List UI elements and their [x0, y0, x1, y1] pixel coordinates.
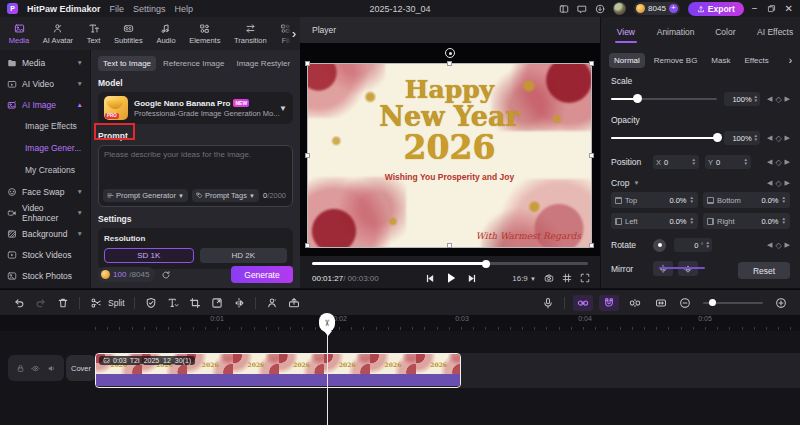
rotate-handle[interactable] — [445, 48, 455, 58]
next-keyframe-icon[interactable]: ▶ — [785, 158, 790, 166]
download-icon[interactable] — [595, 4, 605, 14]
crop-left-field[interactable]: Left 0.0% ▲▼ — [611, 213, 698, 229]
opacity-value-box[interactable]: 100% ▲▼ — [724, 131, 760, 145]
layout-icon[interactable] — [559, 4, 569, 14]
sidebar-item-image-generator[interactable]: Image Gener... — [0, 137, 90, 159]
sidebar-item-stock-videos[interactable]: Stock Videos — [0, 244, 90, 265]
lock-icon[interactable] — [16, 364, 25, 373]
tab-animation[interactable]: Animation — [651, 25, 701, 37]
next-frame-button[interactable] — [467, 274, 476, 283]
fullscreen-icon[interactable] — [580, 273, 590, 283]
opacity-slider[interactable] — [611, 137, 717, 140]
opacity-slider-knob[interactable] — [713, 133, 722, 142]
reset-button[interactable]: Reset — [738, 262, 790, 279]
user-avatar[interactable] — [613, 2, 626, 15]
denoise-button[interactable] — [140, 297, 162, 309]
selection-handle[interactable] — [589, 153, 594, 158]
prev-keyframe-icon[interactable]: ◀ — [767, 95, 772, 103]
subtab-remove-bg[interactable]: Remove BG — [649, 53, 703, 68]
play-button[interactable] — [445, 272, 457, 284]
prev-keyframe-icon[interactable]: ◀ — [767, 241, 772, 249]
sidebar-item-ai-image[interactable]: AI Image ▲ — [0, 94, 90, 115]
feedback-icon[interactable] — [577, 4, 587, 14]
cover-button[interactable]: Cover — [66, 355, 96, 381]
text-style-dropdown[interactable] — [162, 297, 184, 309]
prompt-generator-button[interactable]: Prompt Generator ▼ — [103, 189, 188, 202]
speaker-icon[interactable] — [47, 364, 56, 373]
refresh-icon[interactable] — [161, 270, 171, 280]
stepper-icon[interactable]: ▲▼ — [706, 241, 710, 249]
keyframe-diamond-icon[interactable]: ◇ — [775, 134, 781, 143]
resolution-sd1k-button[interactable]: SD 1K — [104, 248, 194, 263]
scale-slider-knob[interactable] — [633, 94, 642, 103]
playhead-scissors-handle[interactable]: ✂ — [319, 313, 335, 332]
stepper-icon[interactable]: ▲▼ — [754, 134, 758, 142]
next-keyframe-icon[interactable]: ▶ — [785, 241, 790, 249]
link-clips-toggle[interactable] — [573, 295, 593, 311]
scale-value-box[interactable]: 100% ▲▼ — [724, 92, 760, 106]
menu-file[interactable]: File — [110, 4, 125, 14]
fit-timeline-button[interactable] — [651, 295, 671, 311]
selection-handle[interactable] — [447, 61, 452, 66]
tab-subtitles[interactable]: Subtitles — [107, 23, 149, 45]
position-y-box[interactable]: Y 0 ▲▼ — [705, 155, 751, 169]
voiceover-mic-button[interactable] — [537, 297, 559, 309]
sidebar-item-stock-photos[interactable]: Stock Photos — [0, 265, 90, 286]
snapshot-icon[interactable] — [544, 273, 554, 283]
aspect-ratio-select[interactable]: 16:9 ▼ — [512, 274, 536, 283]
tab-reference-image[interactable]: Reference Image — [158, 56, 229, 71]
subtab-normal[interactable]: Normal — [609, 53, 645, 68]
unlink-toggle[interactable] — [625, 295, 645, 311]
stepper-icon[interactable]: ▲▼ — [690, 217, 694, 225]
generate-button[interactable]: Generate — [231, 266, 293, 283]
export-button[interactable]: Export — [688, 2, 744, 16]
model-selector[interactable]: PRO Google Nano Banana Pro NEW Professio… — [98, 92, 293, 124]
undo-button[interactable] — [8, 297, 30, 309]
tab-ai-effects[interactable]: AI Effects — [750, 25, 800, 37]
avatar-tool-button[interactable] — [261, 297, 283, 309]
zoom-in-button[interactable] — [770, 297, 792, 309]
selection-handle[interactable] — [589, 243, 594, 248]
restore-button[interactable] — [767, 4, 776, 13]
timeline-zoom-slider[interactable] — [703, 302, 763, 304]
next-keyframe-icon[interactable]: ▶ — [785, 134, 790, 142]
delete-button[interactable] — [52, 297, 74, 309]
progress-handle[interactable] — [482, 260, 490, 268]
next-keyframe-icon[interactable]: ▶ — [785, 95, 790, 103]
menu-settings[interactable]: Settings — [133, 4, 166, 14]
split-button[interactable] — [85, 297, 107, 309]
stepper-icon[interactable]: ▲▼ — [754, 95, 758, 103]
crop-top-field[interactable]: Top 0.0% ▲▼ — [611, 192, 698, 208]
tab-elements[interactable]: Elements — [182, 23, 227, 45]
sidebar-item-background[interactable]: Background ▼ — [0, 223, 90, 244]
prev-frame-button[interactable] — [426, 274, 435, 283]
tab-ai-avatar[interactable]: AI Avatar — [36, 23, 80, 45]
prev-keyframe-icon[interactable]: ◀ — [767, 179, 772, 187]
timeline-clip[interactable]: 2026 2026 2026 2026 2026 2026 2026 2026 … — [95, 353, 461, 388]
keyframe-diamond-icon[interactable]: ◇ — [775, 241, 781, 250]
stepper-icon[interactable]: ▲▼ — [692, 158, 696, 166]
next-keyframe-icon[interactable]: ▶ — [785, 179, 790, 187]
position-x-box[interactable]: X 0 ▲▼ — [653, 155, 699, 169]
crop-bottom-field[interactable]: Bottom 0.0% ▲▼ — [703, 192, 790, 208]
tab-transition[interactable]: Transition — [227, 23, 273, 45]
selection-handle[interactable] — [305, 153, 310, 158]
timeline-ruler[interactable]: 0:01 0:02 0:03 0:04 0:05 — [95, 314, 800, 331]
prev-keyframe-icon[interactable]: ◀ — [767, 158, 772, 166]
prompt-tags-button[interactable]: Prompt Tags ▼ — [192, 189, 259, 202]
coins-pill[interactable]: 8045 + — [634, 2, 680, 15]
subtab-mask[interactable]: Mask — [706, 53, 735, 68]
tab-text[interactable]: Text — [80, 23, 107, 45]
export-frame-button[interactable] — [283, 297, 305, 309]
keyframe-diamond-icon[interactable]: ◇ — [775, 179, 781, 188]
resolution-hd2k-button[interactable]: HD 2K — [200, 248, 288, 263]
split-label[interactable]: Split — [108, 298, 125, 308]
prompt-input[interactable] — [104, 150, 287, 188]
preview-image[interactable]: Happy New Year 2026 Wishing You Prosperi… — [308, 64, 591, 247]
sidebar-item-video-enhancer[interactable]: Video Enhancer ▼ — [0, 202, 90, 223]
eye-icon[interactable] — [31, 364, 40, 373]
stepper-icon[interactable]: ▲▼ — [690, 196, 694, 204]
tab-text-to-image[interactable]: Text to Image — [98, 56, 156, 71]
prev-keyframe-icon[interactable]: ◀ — [767, 134, 772, 142]
zoom-slider-knob[interactable] — [709, 299, 716, 306]
